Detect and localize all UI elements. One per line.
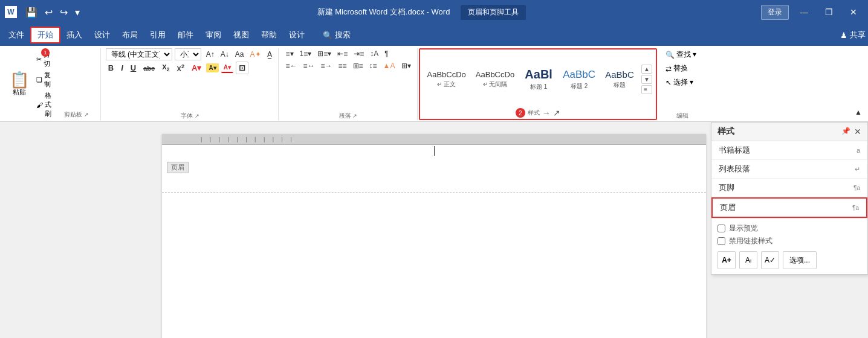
style-h2-preview: AaBbC [563,69,595,81]
panel-item-footer[interactable]: 页脚 ¶a [711,179,867,197]
cut-button[interactable]: 1 ✂ 剪切 [34,49,54,69]
increase-indent-button[interactable]: ⇥≡ [351,48,366,59]
decrease-font-button[interactable]: A↓ [218,49,232,60]
ruler: | | | | | | | | | | | [162,134,706,145]
underline-button[interactable]: U [128,62,138,74]
menu-help[interactable]: 帮助 [255,27,283,43]
font-size-buttons: A↑ A↓ Aa A✦ A̲ [204,49,274,60]
italic-button[interactable]: I [118,62,126,74]
scroll-up-button[interactable]: ▲ [641,65,652,74]
login-button[interactable]: 登录 [761,5,789,20]
align-center-button[interactable]: ≡↔ [301,60,317,71]
panel-pin-button[interactable]: 📌 [841,127,850,136]
superscript-button[interactable]: X2 [175,62,187,74]
style-h1[interactable]: AaBl 标题 1 [520,66,557,92]
expand-styles-button[interactable]: ≡ [641,85,652,94]
align-right-button[interactable]: ≡→ [319,60,335,71]
share-button[interactable]: ♟ 共享 [840,30,866,40]
document-page: | | | | | | | | | | | 页眉 [162,134,706,338]
justify-button[interactable]: ≡≡ [336,60,349,71]
options-button[interactable]: 选项... [783,251,817,269]
font-bg-button[interactable]: A▾ [221,63,233,73]
shading-button[interactable]: ▲A [381,60,398,71]
font-color-button[interactable]: A▾ [189,62,204,74]
case-button[interactable]: Aa [233,49,247,60]
select-button[interactable]: ↖ 选择 ▾ [662,76,703,89]
undo-button[interactable]: ↩ [42,5,55,19]
show-preview-checkbox[interactable] [717,225,725,232]
sort-button[interactable]: ↕A [368,48,381,59]
close-button[interactable]: ✕ [844,5,863,19]
menu-design[interactable]: 设计 [88,27,116,43]
style-h2[interactable]: AaBbC 标题 2 [559,68,599,92]
panel-item-book-title[interactable]: 书籍标题 a [711,141,867,160]
expand-styles-arrow[interactable]: → ↗ [542,108,560,118]
menu-home[interactable]: 开始 [30,27,60,43]
restore-button[interactable]: ❐ [819,5,839,19]
context-tab[interactable]: 页眉和页脚工具 [461,5,526,20]
find-button[interactable]: 🔍 查找 ▾ [662,48,703,61]
body-area[interactable] [162,193,706,338]
redo-button[interactable]: ↪ [57,5,70,19]
menu-insert[interactable]: 插入 [60,27,88,43]
borders-button[interactable]: ⊞▾ [399,60,413,71]
collapse-ribbon-button[interactable]: ▲ [852,107,864,118]
use-linked-label: 禁用链接样式 [729,236,772,246]
panel-item-list-para[interactable]: 列表段落 ↵ [711,160,867,179]
strikethrough-button[interactable]: abc [141,63,157,73]
find-icon: 🔍 [666,51,675,59]
inspect-style-button[interactable]: Aᵢ [739,251,757,269]
numbering-button[interactable]: 1≡▾ [297,48,314,59]
show-marks-button[interactable]: ¶ [382,48,390,59]
bullets-button[interactable]: ≡▾ [283,48,296,59]
menu-review[interactable]: 审阅 [199,27,227,43]
header-area[interactable]: 页眉 [162,157,706,193]
char-border-button[interactable]: ⊡ [236,62,248,74]
minimize-button[interactable]: — [794,5,814,19]
customize-button[interactable]: ▾ [73,5,82,19]
paste-icon: 📋 [10,72,29,88]
panel-header: 样式 📌 ✕ [711,123,867,141]
menu-context-design[interactable]: 设计 [283,27,311,43]
style-title-preview: AaBbC [605,69,634,80]
paragraph-group: ≡▾ 1≡▾ ⊞≡▾ ⇤≡ ⇥≡ ↕A ¶ ≡← ≡↔ ≡→ ≡≡ ⊞≡ ↕≡ … [280,48,418,120]
text-highlight-button[interactable]: A̲ [265,49,274,60]
style-title[interactable]: AaBbC 标题 [601,68,638,91]
save-button[interactable]: 💾 [23,5,40,19]
copy-button[interactable]: ❏ 复制 [34,70,54,89]
line-spacing-button[interactable]: ↕≡ [367,60,380,71]
styles-grid: AaBbCcDo ↵ 正文 AaBbCcDo ↵ 无间隔 AaBl 标题 1 A… [424,51,652,108]
scroll-down-button[interactable]: ▼ [641,75,652,84]
use-linked-checkbox[interactable] [717,237,725,245]
menu-mail[interactable]: 邮件 [172,27,199,43]
distribute-button[interactable]: ⊞≡ [351,60,366,71]
multilevel-button[interactable]: ⊞≡▾ [315,48,334,59]
replace-button[interactable]: ⇄ 替换 [662,62,703,75]
menu-references[interactable]: 引用 [144,27,172,43]
panel-title: 样式 [717,126,734,137]
style-normal[interactable]: AaBbCcDo ↵ 正文 [424,69,470,90]
subscript-button[interactable]: X2 [160,62,172,74]
highlight-button[interactable]: A▾ [206,63,218,72]
style-h1-name: 标题 1 [530,83,547,91]
style-no-space[interactable]: AaBbCcDo ↵ 无间隔 [472,69,518,90]
editing-group: 🔍 查找 ▾ ⇄ 替换 ↖ 选择 ▾ 编辑 [658,48,707,120]
paste-button[interactable]: 📋 粘贴 [7,49,31,119]
increase-font-button[interactable]: A↑ [204,49,217,60]
panel-close-button[interactable]: ✕ [854,127,861,136]
clear-format-button[interactable]: A✦ [248,49,264,60]
align-left-button[interactable]: ≡← [283,60,300,71]
panel-item-header[interactable]: 页眉 ¶a [711,197,867,218]
menu-layout[interactable]: 布局 [116,27,144,43]
styles-scroll: ▲ ▼ ≡ [641,65,652,94]
decrease-indent-button[interactable]: ⇤≡ [335,48,350,59]
manage-styles-button[interactable]: A✓ [761,251,779,269]
bold-button[interactable]: B [106,62,116,74]
search-box[interactable]: 🔍 搜索 [323,30,351,40]
font-family-selector[interactable]: 等线 (中文正文) [106,48,172,60]
new-style-button[interactable]: A+ [717,251,736,269]
menu-file[interactable]: 文件 [2,27,30,43]
font-size-selector[interactable]: 小五 [175,48,201,60]
menu-view[interactable]: 视图 [227,27,255,43]
format-painter-button[interactable]: 🖌 格式刷 [34,91,54,119]
